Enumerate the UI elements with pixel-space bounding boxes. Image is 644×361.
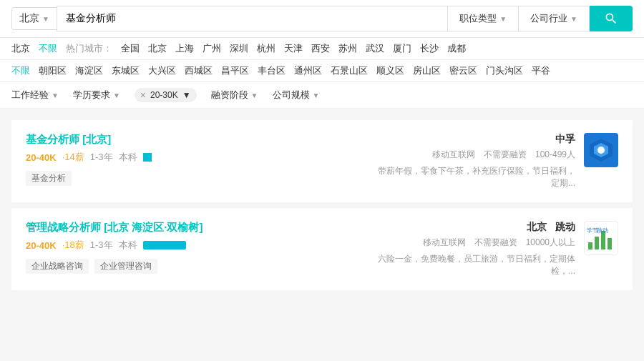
company-industry-1: 移动互联网 bbox=[432, 149, 475, 161]
job-title-2[interactable]: 管理战略分析师 [北京 海淀区·双榆树] bbox=[26, 221, 375, 234]
job-type-arrow-icon: ▼ bbox=[499, 15, 507, 23]
stage-filter[interactable]: 融资阶段 ▼ bbox=[211, 89, 258, 102]
district-xicheng[interactable]: 西城区 bbox=[185, 64, 213, 77]
job-tag-item-1: 基金分析 bbox=[26, 171, 72, 186]
district-shijingshan[interactable]: 石景山区 bbox=[331, 64, 368, 77]
company-logo-1 bbox=[584, 133, 618, 167]
district-no-limit[interactable]: 不限 bbox=[11, 64, 30, 77]
city-xian[interactable]: 西安 bbox=[311, 42, 330, 55]
job-tag-box-1 bbox=[143, 153, 152, 162]
district-shunyi[interactable]: 顺义区 bbox=[376, 64, 404, 77]
company-funding-1: 不需要融资 bbox=[484, 149, 527, 161]
job-tag-item-2a: 企业战略咨询 bbox=[26, 259, 89, 274]
job-exp-1: 1-3年 bbox=[90, 151, 113, 164]
company-size-1: 100-499人 bbox=[535, 149, 575, 161]
district-daxing[interactable]: 大兴区 bbox=[148, 64, 176, 77]
size-filter-arrow-icon: ▼ bbox=[313, 92, 320, 99]
city-chengdu[interactable]: 成都 bbox=[447, 42, 466, 55]
salary-filter-arrow-icon: ▼ bbox=[182, 90, 191, 100]
company-info-1: 中孚 移动互联网 不需要融资 100-499人 带薪年假，零食下午茶，补充医疗保… bbox=[375, 133, 575, 189]
job-exp-2: 1-3年 bbox=[90, 239, 113, 252]
company-logo-icon-1 bbox=[587, 136, 615, 164]
job-type-filter[interactable]: 职位类型 ▼ bbox=[448, 6, 519, 31]
svg-point-2 bbox=[597, 147, 605, 154]
job-card-2: 管理战略分析师 [北京 海淀区·双榆树] 20-40K ·18薪 1-3年 本科… bbox=[11, 208, 633, 290]
company-name-1[interactable]: 中孚 bbox=[375, 133, 575, 146]
exp-filter-arrow-icon: ▼ bbox=[52, 92, 59, 99]
district-tongzhou[interactable]: 通州区 bbox=[294, 64, 322, 77]
city-suzhou[interactable]: 苏州 bbox=[338, 42, 357, 55]
exp-filter[interactable]: 工作经验 ▼ bbox=[11, 89, 59, 102]
job-edu-2: 本科 bbox=[119, 239, 137, 252]
job-edu-1: 本科 bbox=[119, 151, 137, 164]
district-miyun[interactable]: 密云区 bbox=[449, 64, 477, 77]
job-card-1: 基金分析师 [北京] 20-40K ·14薪 1-3年 本科 基金分析 中孚 移… bbox=[11, 120, 633, 202]
search-input[interactable] bbox=[57, 6, 448, 31]
city-arrow-icon: ▼ bbox=[42, 15, 49, 23]
edu-filter-arrow-icon: ▼ bbox=[113, 92, 120, 99]
district-fengtai[interactable]: 丰台区 bbox=[258, 64, 286, 77]
job-title-1[interactable]: 基金分析师 [北京] bbox=[26, 133, 375, 147]
company-logo-icon-2: 学节 跳动 bbox=[587, 225, 615, 251]
job-info-1: 20-40K ·14薪 1-3年 本科 bbox=[26, 151, 375, 164]
job-headcount-1: ·14薪 bbox=[62, 151, 84, 164]
search-bar: 北京 ▼ 职位类型 ▼ 公司行业 ▼ bbox=[0, 0, 644, 38]
job-left-2: 管理战略分析师 [北京 海淀区·双榆树] 20-40K ·18薪 1-3年 本科… bbox=[26, 221, 375, 274]
job-tags-1: 基金分析 bbox=[26, 171, 375, 186]
svg-text:跳动: 跳动 bbox=[597, 227, 608, 234]
job-right-2: 北京 跳动 移动互联网 不需要融资 10000人以上 六险一金，免费晚餐，员工旅… bbox=[375, 221, 618, 277]
company-industry-2: 移动互联网 bbox=[423, 237, 466, 249]
size-filter[interactable]: 公司规模 ▼ bbox=[273, 89, 320, 102]
district-pinggu[interactable]: 平谷 bbox=[532, 64, 550, 77]
company-meta-1: 移动互联网 不需要融资 100-499人 bbox=[375, 149, 575, 161]
city-hangzhou[interactable]: 杭州 bbox=[257, 42, 275, 55]
company-name-2[interactable]: 北京 跳动 bbox=[375, 221, 575, 234]
exp-filter-label: 工作经验 bbox=[11, 89, 49, 102]
city-shanghai[interactable]: 上海 bbox=[175, 42, 194, 55]
company-info-2: 北京 跳动 移动互联网 不需要融资 10000人以上 六险一金，免费晚餐，员工旅… bbox=[375, 221, 575, 277]
city-guangzhou[interactable]: 广州 bbox=[203, 42, 221, 55]
city-selector[interactable]: 北京 ▼ bbox=[11, 7, 57, 30]
job-info-2: 20-40K ·18薪 1-3年 本科 bbox=[26, 239, 375, 252]
job-headcount-2: ·18薪 bbox=[62, 239, 84, 252]
size-filter-label: 公司规模 bbox=[273, 89, 310, 102]
salary-filter-tag[interactable]: × 20-30K ▼ bbox=[135, 88, 197, 102]
hot-cities-label: 热门城市： bbox=[66, 42, 112, 55]
company-welfare-2: 六险一金，免费晚餐，员工旅游，节日福利，定期体检，... bbox=[375, 253, 575, 277]
salary-filter-close-icon[interactable]: × bbox=[140, 89, 146, 101]
company-size-2: 10000人以上 bbox=[526, 237, 575, 249]
city-beijing[interactable]: 北京 bbox=[148, 42, 167, 55]
edu-filter[interactable]: 学历要求 ▼ bbox=[73, 89, 120, 102]
svg-rect-3 bbox=[588, 242, 592, 249]
city-tianjin[interactable]: 天津 bbox=[284, 42, 303, 55]
district-chaoyang[interactable]: 朝阳区 bbox=[39, 64, 67, 77]
job-type-label: 职位类型 bbox=[459, 12, 497, 25]
search-button[interactable] bbox=[590, 6, 633, 31]
district-haidian[interactable]: 海淀区 bbox=[75, 64, 103, 77]
city-xiamen[interactable]: 厦门 bbox=[393, 42, 411, 55]
company-right-row-1: 中孚 移动互联网 不需要融资 100-499人 带薪年假，零食下午茶，补充医疗保… bbox=[375, 133, 618, 189]
stage-filter-label: 融资阶段 bbox=[211, 89, 248, 102]
district-dongcheng[interactable]: 东城区 bbox=[112, 64, 140, 77]
company-funding-2: 不需要融资 bbox=[474, 237, 517, 249]
salary-filter-label: 20-30K bbox=[150, 90, 178, 100]
stage-filter-arrow-icon: ▼ bbox=[251, 92, 258, 99]
city-changsha[interactable]: 长沙 bbox=[420, 42, 439, 55]
district-mentougou[interactable]: 门头沟区 bbox=[486, 64, 523, 77]
search-icon bbox=[604, 11, 618, 26]
job-highlight-bar-2 bbox=[143, 241, 186, 249]
company-welfare-1: 带薪年假，零食下午茶，补充医疗保险，节日福利，定期... bbox=[375, 165, 575, 189]
company-logo-2: 学节 跳动 bbox=[584, 221, 618, 255]
district-changping[interactable]: 昌平区 bbox=[221, 64, 249, 77]
svg-rect-6 bbox=[608, 238, 612, 249]
district-fangshan[interactable]: 房山区 bbox=[413, 64, 441, 77]
job-tag-item-2b: 企业管理咨询 bbox=[94, 259, 157, 274]
current-city-label: 北京 bbox=[11, 42, 30, 55]
city-wuhan[interactable]: 武汉 bbox=[366, 42, 384, 55]
job-attribute-filter-bar: 工作经验 ▼ 学历要求 ▼ × 20-30K ▼ 融资阶段 ▼ 公司规模 ▼ bbox=[0, 82, 644, 109]
city-shenzhen[interactable]: 深圳 bbox=[230, 42, 248, 55]
city-quanguo[interactable]: 全国 bbox=[121, 42, 140, 55]
company-industry-label: 公司行业 bbox=[530, 12, 567, 25]
company-industry-filter[interactable]: 公司行业 ▼ bbox=[519, 6, 590, 31]
city-no-limit[interactable]: 不限 bbox=[39, 42, 57, 55]
